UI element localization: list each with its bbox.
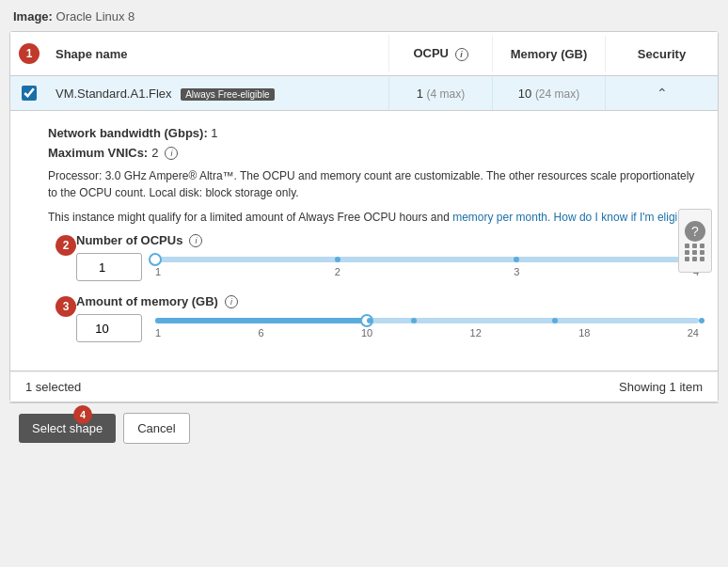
memory-value: 10: [518, 87, 531, 101]
shape-table-row: VM.Standard.A1.Flex Always Free-eligible…: [10, 76, 718, 111]
help-widget-circle: ?: [685, 221, 705, 242]
footer-bar: Select shape 4 Cancel: [9, 402, 719, 453]
step-4-circle: 4: [73, 405, 92, 424]
chevron-up-icon[interactable]: ⌃: [657, 86, 668, 101]
row-checkbox-col[interactable]: [10, 76, 48, 110]
image-prefix: Image:: [13, 9, 53, 24]
showing-count: Showing 1 item: [619, 380, 703, 394]
ocpu-slider-info-icon[interactable]: i: [189, 234, 202, 247]
help-widget-dots: [685, 244, 705, 261]
ocpu-slider-label: Number of OCPUs i: [76, 233, 703, 247]
memory-slider-labels: 1 6 10 12 18 24: [151, 327, 703, 339]
col-header-memory: Memory (GB): [492, 36, 605, 72]
ocpu-slider-group: 2 Number of OCPUs i: [48, 233, 703, 281]
row-shape-name-col: VM.Standard.A1.Flex Always Free-eligible: [48, 77, 388, 110]
header-step-col: 1: [10, 32, 48, 75]
step-2-circle: 2: [55, 235, 76, 256]
network-bw-label: Network bandwidth (Gbps):: [48, 126, 208, 140]
memory-slider-info-icon[interactable]: i: [225, 295, 238, 308]
image-label: Image: Oracle Linux 8: [9, 9, 719, 24]
always-free-badge: Always Free-eligible: [181, 88, 274, 101]
memory-slider-label: Amount of memory (GB) i: [76, 294, 703, 308]
memory-max-note: (24 max): [535, 87, 579, 101]
vnics-info-icon[interactable]: i: [165, 147, 178, 160]
ocpu-slider-row: 1 2 3 4: [76, 253, 703, 281]
ocpu-input[interactable]: [76, 253, 142, 281]
network-bw-value: 1: [211, 126, 217, 140]
memory-track: [155, 318, 699, 323]
detail-panel: Network bandwidth (Gbps): 1 Maximum VNIC…: [10, 111, 718, 371]
network-bw-row: Network bandwidth (Gbps): 1: [48, 126, 703, 140]
col-header-shape-name: Shape name: [48, 36, 388, 72]
help-widget[interactable]: ?: [678, 209, 712, 273]
memory-slider-row: 1 6 10 12 18 24: [76, 314, 703, 342]
shape-name-text: VM.Standard.A1.Flex: [55, 87, 172, 101]
status-bar: 1 selected Showing 1 item: [10, 371, 718, 402]
ocpu-slider-container: 1 2 3 4: [151, 257, 703, 277]
max-vnics-row: Maximum VNICs: 2 i: [48, 146, 703, 160]
step-3-circle: 3: [55, 296, 76, 317]
ocpu-thumb[interactable]: [149, 253, 162, 266]
select-shape-button[interactable]: Select shape: [19, 414, 116, 443]
shape-checkbox[interactable]: [22, 86, 37, 101]
max-vnics-value: 2: [151, 146, 158, 160]
page-wrapper: Image: Oracle Linux 8 1 Shape name OCPU …: [0, 0, 728, 463]
table-header: 1 Shape name OCPU i Memory (GB) Security: [10, 32, 718, 76]
eligibility-link[interactable]: How do I know if I'm eligible?: [554, 211, 699, 224]
image-value: Oracle Linux 8: [56, 9, 135, 24]
ocpu-track: [155, 257, 699, 262]
memory-fill: [155, 318, 367, 323]
max-vnics-label: Maximum VNICs:: [48, 146, 148, 160]
row-memory-col: 10 (24 max): [492, 77, 605, 110]
ocpu-max-note: (4 max): [427, 87, 466, 101]
ocpu-slider-labels: 1 2 3 4: [151, 266, 703, 277]
memory-month-link[interactable]: memory per month.: [452, 211, 550, 224]
ocpu-value: 1: [417, 87, 423, 101]
col-header-security: Security: [605, 36, 718, 72]
memory-input[interactable]: [76, 314, 142, 342]
col-header-ocpu: OCPU i: [388, 35, 492, 72]
desc-text-1: Processor: 3.0 GHz Ampere® Altra™. The O…: [48, 167, 703, 201]
selected-count: 1 selected: [25, 380, 81, 394]
step-1-circle: 1: [19, 43, 40, 64]
ocpu-info-icon[interactable]: i: [455, 48, 468, 61]
cancel-button[interactable]: Cancel: [123, 413, 189, 444]
main-panel: 1 Shape name OCPU i Memory (GB) Security: [9, 31, 719, 402]
row-ocpu-col: 1 (4 max): [388, 77, 492, 110]
memory-slider-group: 3 Amount of memory (GB) i: [48, 294, 703, 342]
row-security-col: ⌃: [605, 76, 718, 110]
memory-slider-container: 1 6 10 12 18 24: [151, 318, 703, 339]
desc-text-2: This instance might qualify for a limite…: [48, 209, 703, 226]
